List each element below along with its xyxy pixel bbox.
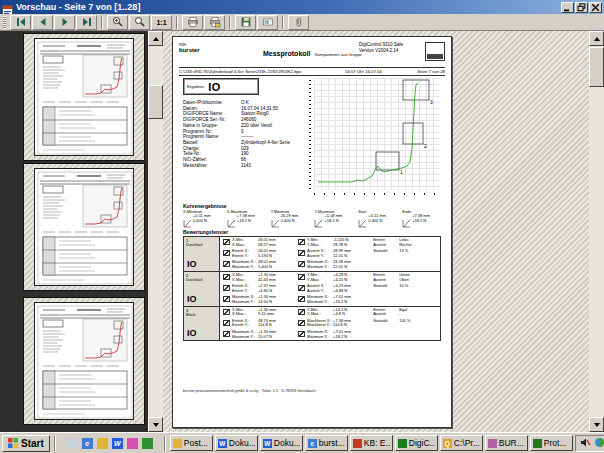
taskbar-task-button[interactable]: BUR... [485,435,528,451]
fenster-marker-icon [223,320,230,326]
curve-result-item: X-Maximum +7.38 mm +18.2 N [227,210,268,232]
task-label: DigiC... [409,438,435,448]
quick-launch-icon[interactable]: W [111,437,124,450]
curve-result-item: Start +0.11 mm 0.400 N [358,210,399,232]
restore-button[interactable] [575,2,588,13]
fenster-marker-icon [298,320,305,326]
taskbar-task-button[interactable]: DigiC... [395,435,438,451]
save-button[interactable] [235,15,256,30]
task-icon [533,439,542,448]
print-button[interactable] [182,15,203,30]
quick-launch-glyph [97,438,108,449]
fenster-marker-icon [298,285,305,291]
y-axis-ticks [309,80,311,190]
toolbar-grip[interactable] [3,16,6,29]
system-tray: DE 15:08 [575,435,604,452]
fenster-type: Durchlauf [186,243,217,247]
fenster-marker-icon [298,250,305,256]
fenster-result: IO [187,294,197,304]
down-arrow-icon [594,423,600,427]
task-label: Doku... [229,438,255,448]
task-icon: Q [443,439,452,448]
scroll-up-button[interactable] [589,31,604,46]
field-label: Messzähler: [183,163,241,169]
task-icon: W [263,439,272,448]
fenster-marker-icon [223,261,230,267]
windows-logo-icon [8,438,18,448]
window-label: 1 [400,169,403,175]
curve-result-v2: 0.400 N [368,219,386,224]
fenster-type: Block [186,313,217,317]
last-page-button[interactable] [76,15,97,30]
taskbar-task-button[interactable]: W Doku... [215,435,258,451]
mini-curve-icon [358,214,367,232]
page-thumbnail-3[interactable] [23,297,145,425]
quick-launch-icon[interactable]: e [81,437,94,450]
task-icon [173,439,182,448]
curve-result-v2: 0.400 N [193,219,211,224]
page-number: Seite 7 von 28 [403,69,445,74]
taskbar-task-button[interactable]: W Doku... [260,435,303,451]
curve-results-title: Kurvenergebnisse [183,203,227,209]
curve-result-v2: +18.2 N [324,219,342,224]
fenster-row: 3 Block IO X-Min.:+1.30 mm X-Max.:9.15 m… [184,307,440,342]
print-setup-button[interactable] [204,15,225,30]
desktop: Vorschau - Seite 7 von [1..28] 1:1 [0,0,604,453]
next-page-button[interactable] [54,15,75,30]
tray-display-icon[interactable] [594,434,604,452]
task-icon [353,439,362,448]
company-logo-box [425,42,445,61]
zoom-100-button[interactable]: 1:1 [151,15,172,30]
quick-launch-icon[interactable] [126,437,139,450]
fenster-marker-icon [298,274,305,280]
close-button[interactable] [589,2,602,13]
zoom-in-button[interactable] [107,15,128,30]
page-thumbnail-1[interactable] [23,33,145,161]
quick-launch-icon[interactable] [66,437,79,450]
fenster-marker-icon [223,309,230,315]
task-label: BUR... [499,438,524,448]
task-label: burst... [319,438,345,448]
field-value: 1143 [241,163,307,169]
scroll-up-button[interactable] [148,31,163,46]
attachment-button[interactable] [288,15,309,30]
mini-curve-icon [271,214,280,232]
tray-volume-icon[interactable] [580,434,591,452]
taskbar-task-button[interactable]: Post... [170,435,213,451]
document-footer: burster präzisionsmesstechnik gmbh & co … [183,389,316,393]
scrollbar-thumb[interactable] [589,47,604,87]
taskbar-task-button[interactable]: Q C:\Pr... [440,435,483,451]
task-label: Doku... [274,438,300,448]
taskbar-task-button[interactable]: KB: E... [350,435,393,451]
zoom-out-button[interactable] [129,15,150,30]
scroll-down-button[interactable] [148,417,163,432]
previous-page-button[interactable] [32,15,53,30]
preview-scrollbar[interactable] [589,31,604,432]
quick-launch-icon[interactable] [96,437,109,450]
curve-result-v2: +18.2 N [237,219,255,224]
quick-launch-glyph [127,438,138,449]
first-page-button[interactable] [10,15,31,30]
quick-launch-glyph: W [112,438,123,449]
thumbnail-page [34,168,134,286]
company-logo: mi+ burster [179,42,263,66]
quick-launch-bar: e W [66,437,154,450]
thumbnail-scrollbar[interactable] [148,31,163,432]
fenster-marker-icon [223,239,230,245]
fenster-marker-icon [298,239,305,245]
taskbar-task-button[interactable]: e burst... [305,435,348,451]
task-icon [488,439,497,448]
task-icon [398,439,407,448]
mini-curve-icon [402,214,411,232]
mini-curve-icon [314,214,323,232]
quick-launch-icon[interactable] [141,437,154,450]
scroll-down-button[interactable] [589,417,604,432]
export-image-button[interactable] [257,15,278,30]
taskbar-task-button[interactable]: Prot... [530,435,573,451]
minimize-button[interactable] [561,2,574,13]
page-thumbnail-2[interactable] [23,163,145,291]
start-button[interactable]: Start [2,435,50,452]
document-subtitle: Komponenten aus Gruppe [315,52,362,57]
scrollbar-thumb[interactable] [148,85,163,119]
workspace: mi+ burster Messprotokoll Komponenten au… [0,31,604,432]
